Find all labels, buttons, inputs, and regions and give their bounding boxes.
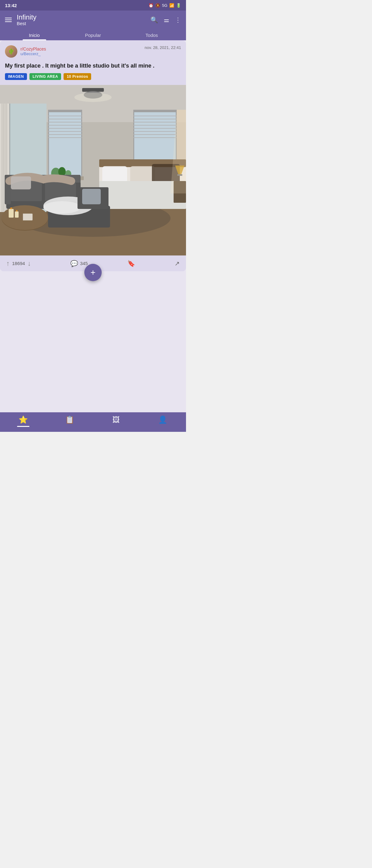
tab-todos[interactable]: Todos: [122, 29, 181, 40]
search-icon[interactable]: 🔍: [150, 16, 158, 24]
status-icons: ⏰ 🔕 5G 📶 🔋: [149, 3, 181, 8]
network-icon: 5G: [162, 3, 167, 8]
svg-rect-77: [0, 85, 186, 255]
post-timestamp: nov. 28, 2021, 22:41: [145, 45, 181, 50]
post-source: r/CozyPlaces u/Beccerz_: [21, 46, 46, 56]
bottom-nav-feed[interactable]: 📋: [64, 415, 76, 427]
post-tags: IMAGEN LIVING AREA 10 Premios: [0, 73, 186, 85]
hamburger-menu-button[interactable]: [5, 18, 12, 22]
more-options-icon[interactable]: ⋮: [175, 16, 181, 24]
bottom-nav-profile[interactable]: 👤: [157, 415, 169, 427]
home-star-icon: ⭐: [19, 415, 28, 424]
fab-button[interactable]: +: [84, 264, 102, 281]
nav-tabs: Inicio Popular Todos: [5, 29, 181, 40]
username[interactable]: u/Beccerz_: [21, 52, 46, 56]
tab-inicio[interactable]: Inicio: [5, 29, 64, 40]
tag-imagen[interactable]: IMAGEN: [5, 73, 27, 80]
alarm-icon: ⏰: [149, 3, 153, 8]
post-image: [0, 85, 186, 255]
app-title-sub: Best: [17, 21, 37, 26]
status-time: 13:42: [5, 3, 17, 8]
main-content: 🌵 r/CozyPlaces u/Beccerz_ nov. 28, 2021,…: [0, 40, 186, 412]
filter-icon[interactable]: ⚌: [164, 16, 169, 24]
notification-icon: 🔕: [155, 3, 160, 8]
bottom-nav: ⭐ 📋 🖼 👤: [0, 412, 186, 432]
bottom-nav-home[interactable]: ⭐: [17, 415, 29, 427]
app-title: Infinity Best: [17, 13, 37, 26]
post-meta: 🌵 r/CozyPlaces u/Beccerz_ nov. 28, 2021,…: [0, 40, 186, 61]
fab-icon: +: [91, 268, 95, 277]
subreddit-avatar[interactable]: 🌵: [5, 45, 18, 58]
status-bar: 13:42 ⏰ 🔕 5G 📶 🔋: [0, 0, 186, 10]
bottom-nav-gallery[interactable]: 🖼: [110, 415, 122, 427]
profile-icon: 👤: [158, 415, 167, 424]
app-header: Infinity Best 🔍 ⚌ ⋮ Inicio Popular Todos: [0, 10, 186, 40]
feed-icon: 📋: [65, 415, 74, 424]
tab-popular[interactable]: Popular: [64, 29, 122, 40]
app-title-main: Infinity: [17, 13, 37, 21]
battery-icon: 🔋: [176, 3, 181, 8]
header-actions: 🔍 ⚌ ⋮: [150, 16, 181, 24]
gallery-icon: 🖼: [113, 415, 120, 424]
fab-container: +: [0, 264, 186, 281]
subreddit-name[interactable]: r/CozyPlaces: [21, 46, 46, 52]
post-title: My first place . It might be a little st…: [0, 61, 186, 73]
tag-premios[interactable]: 10 Premios: [64, 73, 91, 80]
tag-living-area[interactable]: LIVING AREA: [29, 73, 61, 80]
signal-icon: 📶: [169, 3, 174, 8]
post-card: 🌵 r/CozyPlaces u/Beccerz_ nov. 28, 2021,…: [0, 40, 186, 271]
